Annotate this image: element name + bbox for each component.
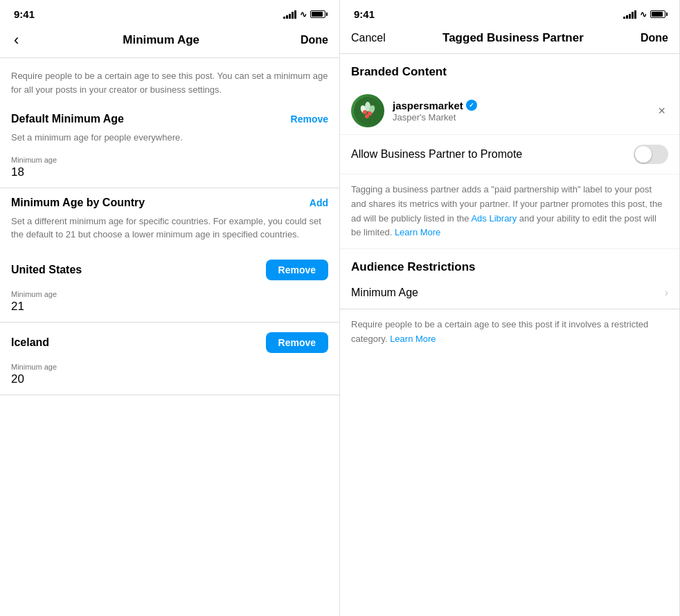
signal-icon-right — [623, 10, 636, 19]
country-row-us: United States Remove — [0, 250, 339, 287]
brand-name-row: jaspersmarket ✓ — [393, 100, 655, 111]
nav-bar-left: ‹ Minimum Age Done — [0, 26, 339, 58]
back-button[interactable]: ‹ — [11, 31, 21, 49]
battery-icon-left — [310, 10, 325, 18]
default-age-label: Minimum age — [11, 156, 328, 164]
brand-display-name: Jasper's Market — [393, 112, 655, 123]
audience-desc: Require people to be a certain age to se… — [340, 309, 679, 355]
brand-info: jaspersmarket ✓ Jasper's Market — [393, 100, 655, 123]
description-text: Require people to be a certain age to se… — [0, 58, 339, 105]
content-left: Require people to be a certain age to se… — [0, 58, 339, 616]
audience-restrictions-title: Audience Restrictions — [340, 249, 679, 277]
verified-badge-icon: ✓ — [466, 100, 477, 111]
chevron-right-icon: › — [665, 287, 668, 299]
done-button-left[interactable]: Done — [301, 34, 328, 46]
us-age-value: 21 — [11, 300, 328, 314]
toggle-label: Allow Business Partner to Promote — [351, 148, 522, 161]
promote-toggle[interactable] — [634, 145, 668, 164]
toggle-knob — [635, 146, 652, 163]
iceland-age-value: 20 — [11, 372, 328, 386]
minimum-age-label: Minimum Age — [351, 287, 418, 299]
country-section-header: Minimum Age by Country Add — [0, 188, 339, 215]
country-name-iceland: Iceland — [11, 336, 49, 349]
add-country-button[interactable]: Add — [310, 197, 328, 208]
left-panel: 9:41 ∿ ‹ Minimum Age Done Require people… — [0, 0, 340, 616]
default-section-desc: Set a minimum age for people everywhere. — [0, 131, 339, 153]
time-left: 9:41 — [14, 8, 35, 20]
page-title-left: Minimum Age — [123, 33, 199, 47]
default-section-title: Default Minimum Age — [11, 113, 124, 125]
brand-card: jaspersmarket ✓ Jasper's Market × — [340, 87, 679, 135]
learn-more-link-branded[interactable]: Learn More — [395, 227, 440, 237]
country-section-title: Minimum Age by Country — [11, 197, 145, 209]
status-icons-left: ∿ — [283, 10, 325, 19]
content-right: Branded Content ja — [340, 54, 679, 616]
learn-more-link-audience[interactable]: Learn More — [390, 334, 436, 344]
branded-info-text: Tagging a business partner adds a "paid … — [340, 174, 679, 249]
right-panel: 9:41 ∿ Cancel Tagged Business Partner Do… — [340, 0, 680, 616]
brand-username: jaspersmarket — [393, 100, 463, 111]
default-age-field: Minimum age 18 — [0, 153, 339, 188]
svg-point-6 — [365, 114, 369, 118]
remove-iceland-button[interactable]: Remove — [266, 332, 328, 353]
country-row-iceland: Iceland Remove — [0, 323, 339, 360]
nav-bar-right: Cancel Tagged Business Partner Done — [340, 26, 679, 54]
country-name-us: United States — [11, 264, 82, 276]
battery-icon-right — [650, 10, 665, 18]
avatar — [351, 94, 384, 127]
us-age-label: Minimum age — [11, 290, 328, 298]
iceland-age-label: Minimum age — [11, 363, 328, 371]
ads-library-link[interactable]: Ads Library — [471, 213, 517, 224]
branded-content-title: Branded Content — [340, 54, 679, 87]
toggle-row: Allow Business Partner to Promote — [340, 135, 679, 174]
avatar-image — [351, 94, 384, 127]
status-bar-left: 9:41 ∿ — [0, 0, 339, 26]
wifi-icon-right: ∿ — [640, 10, 647, 19]
done-button-right[interactable]: Done — [641, 32, 668, 44]
default-age-value: 18 — [11, 165, 328, 179]
status-icons-right: ∿ — [623, 10, 665, 19]
time-right: 9:41 — [354, 8, 375, 20]
default-section-header: Default Minimum Age Remove — [0, 105, 339, 131]
close-brand-button[interactable]: × — [655, 101, 668, 121]
cancel-button[interactable]: Cancel — [351, 32, 386, 44]
page-title-right: Tagged Business Partner — [442, 31, 584, 45]
status-bar-right: 9:41 ∿ — [340, 0, 679, 26]
remove-default-button[interactable]: Remove — [291, 114, 328, 125]
remove-us-button[interactable]: Remove — [266, 260, 328, 280]
svg-point-4 — [363, 110, 367, 114]
signal-icon-left — [283, 10, 296, 19]
iceland-age-field: Minimum age 20 — [0, 360, 339, 395]
country-section-desc: Set a different minimum age for specific… — [0, 215, 339, 250]
us-age-field: Minimum age 21 — [0, 287, 339, 323]
wifi-icon-left: ∿ — [300, 10, 307, 19]
minimum-age-row[interactable]: Minimum Age › — [340, 277, 679, 309]
